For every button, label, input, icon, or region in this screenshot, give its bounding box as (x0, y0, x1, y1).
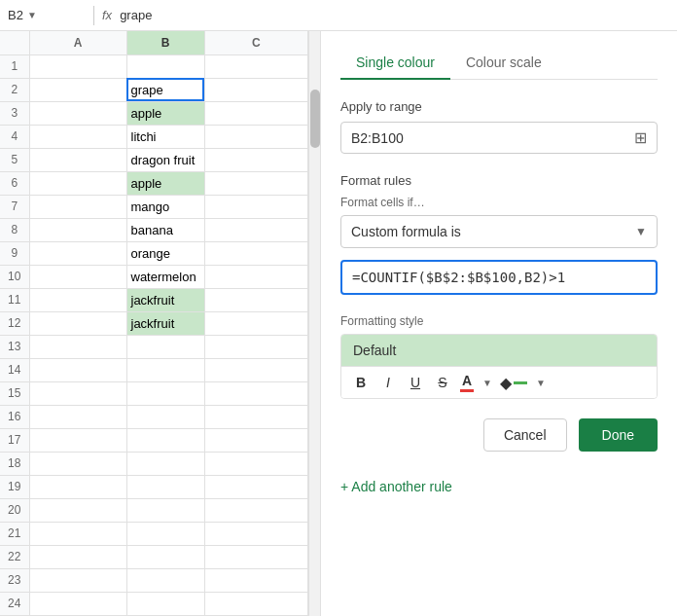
cell-c24[interactable] (204, 592, 308, 615)
cell-b19[interactable] (126, 475, 204, 498)
col-header-a[interactable]: A (29, 31, 126, 54)
vertical-scrollbar[interactable] (308, 31, 320, 616)
cell-a7[interactable] (29, 195, 126, 218)
cell-c7[interactable] (204, 195, 308, 218)
cell-b14[interactable] (126, 358, 204, 381)
italic-button[interactable]: I (378, 373, 398, 392)
cell-a19[interactable] (29, 475, 126, 498)
strikethrough-button[interactable]: S (433, 373, 452, 392)
cell-c6[interactable] (204, 171, 308, 195)
cell-c21[interactable] (204, 522, 308, 545)
grid-select-icon[interactable]: ⊞ (634, 128, 647, 147)
cell-b18[interactable] (126, 452, 204, 475)
cell-a20[interactable] (29, 498, 126, 522)
cell-a16[interactable] (29, 405, 126, 428)
row-header-19: 19 (0, 475, 29, 498)
cell-c1[interactable] (204, 54, 308, 78)
cell-c10[interactable] (204, 265, 308, 288)
cell-c20[interactable] (204, 498, 308, 522)
cell-b21[interactable] (126, 522, 204, 545)
cell-c15[interactable] (204, 381, 308, 405)
cell-b12[interactable]: jackfruit (126, 311, 204, 335)
cell-b1[interactable] (126, 54, 204, 78)
cell-b10[interactable]: watermelon (126, 265, 204, 288)
cell-ref-dropdown-arrow[interactable]: ▼ (27, 10, 37, 20)
cell-c4[interactable] (204, 125, 308, 148)
cell-a17[interactable] (29, 428, 126, 452)
cell-b15[interactable] (126, 381, 204, 405)
add-another-rule[interactable]: + Add another rule (340, 471, 658, 494)
cell-b13[interactable] (126, 335, 204, 358)
done-button[interactable]: Done (579, 418, 658, 452)
cell-a22[interactable] (29, 545, 126, 568)
cell-b7[interactable]: mango (126, 195, 204, 218)
cell-b23[interactable] (126, 568, 204, 592)
cell-a8[interactable] (29, 218, 126, 241)
cell-a2[interactable] (29, 78, 126, 101)
cell-a13[interactable] (29, 335, 126, 358)
cell-a14[interactable] (29, 358, 126, 381)
cell-c11[interactable] (204, 288, 308, 311)
cell-c13[interactable] (204, 335, 308, 358)
font-color-button[interactable]: A (460, 373, 474, 392)
cell-b24[interactable] (126, 592, 204, 615)
cell-c5[interactable] (204, 148, 308, 171)
cell-c14[interactable] (204, 358, 308, 381)
col-header-c[interactable]: C (204, 31, 308, 54)
cell-c18[interactable] (204, 452, 308, 475)
cell-b22[interactable] (126, 545, 204, 568)
font-color-dropdown-arrow[interactable]: ▼ (482, 378, 492, 388)
cell-b6[interactable]: apple (126, 171, 204, 195)
cell-b20[interactable] (126, 498, 204, 522)
cell-a23[interactable] (29, 568, 126, 592)
cell-b16[interactable] (126, 405, 204, 428)
cell-a9[interactable] (29, 241, 126, 265)
scroll-thumb[interactable] (310, 90, 320, 148)
range-input[interactable] (351, 130, 634, 146)
cell-a3[interactable] (29, 101, 126, 125)
cell-a21[interactable] (29, 522, 126, 545)
cell-a5[interactable] (29, 148, 126, 171)
row-header-22: 22 (0, 545, 29, 568)
cell-c2[interactable] (204, 78, 308, 101)
cell-a6[interactable] (29, 171, 126, 195)
row-header-10: 10 (0, 265, 29, 288)
tab-single-colour[interactable]: Single colour (340, 47, 450, 80)
cell-a1[interactable] (29, 54, 126, 78)
underline-button[interactable]: U (406, 373, 425, 392)
cell-c12[interactable] (204, 311, 308, 335)
cell-a18[interactable] (29, 452, 126, 475)
cell-a15[interactable] (29, 381, 126, 405)
formula-input[interactable] (340, 260, 658, 295)
cell-b5[interactable]: dragon fruit (126, 148, 204, 171)
tab-colour-scale[interactable]: Colour scale (450, 47, 557, 80)
bold-button[interactable]: B (351, 373, 371, 392)
cell-a12[interactable] (29, 311, 126, 335)
cell-c3[interactable] (204, 101, 308, 125)
fill-color-button[interactable]: ◆ (500, 374, 527, 392)
cell-a10[interactable] (29, 265, 126, 288)
cell-c16[interactable] (204, 405, 308, 428)
col-header-b[interactable]: B (126, 31, 204, 54)
cell-c23[interactable] (204, 568, 308, 592)
cancel-button[interactable]: Cancel (483, 418, 567, 452)
cell-b8[interactable]: banana (126, 218, 204, 241)
fill-color-dropdown-arrow[interactable]: ▼ (536, 378, 546, 388)
cell-b3[interactable]: apple (126, 101, 204, 125)
cell-c8[interactable] (204, 218, 308, 241)
format-condition-dropdown[interactable]: Custom formula is ▼ (340, 215, 658, 248)
cell-b2[interactable]: grape (126, 78, 204, 101)
cell-a11[interactable] (29, 288, 126, 311)
cell-b4[interactable]: litchi (126, 125, 204, 148)
cell-b17[interactable] (126, 428, 204, 452)
cell-c19[interactable] (204, 475, 308, 498)
sheet-content: A B C 12grape3apple4litchi5dragon fruit6… (0, 31, 308, 616)
row-header-24: 24 (0, 592, 29, 615)
cell-c17[interactable] (204, 428, 308, 452)
cell-c9[interactable] (204, 241, 308, 265)
cell-b11[interactable]: jackfruit (126, 288, 204, 311)
cell-c22[interactable] (204, 545, 308, 568)
cell-a24[interactable] (29, 592, 126, 615)
cell-a4[interactable] (29, 125, 126, 148)
cell-b9[interactable]: orange (126, 241, 204, 265)
